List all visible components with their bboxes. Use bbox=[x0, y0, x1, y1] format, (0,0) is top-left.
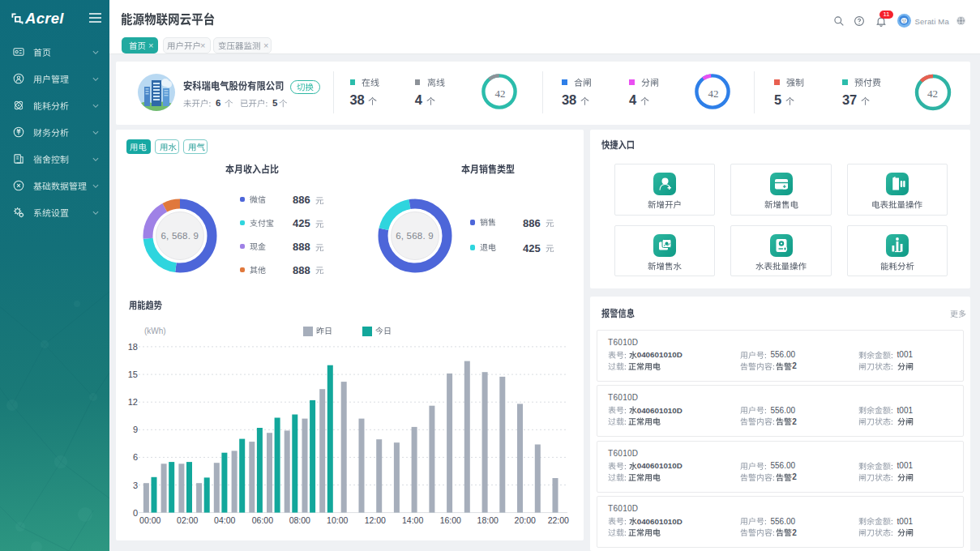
svg-text:15: 15 bbox=[128, 369, 138, 379]
svg-text:0: 0 bbox=[133, 508, 138, 518]
svg-text:22:00: 22:00 bbox=[548, 515, 569, 525]
svg-text:6: 6 bbox=[133, 452, 138, 462]
svg-text:16:00: 16:00 bbox=[440, 515, 461, 525]
svg-text:06:00: 06:00 bbox=[252, 515, 273, 525]
svg-text:20:00: 20:00 bbox=[515, 515, 536, 525]
svg-text:08:00: 08:00 bbox=[289, 515, 310, 525]
svg-text:00:00: 00:00 bbox=[139, 515, 160, 525]
svg-text:12: 12 bbox=[128, 397, 138, 407]
svg-text:10:00: 10:00 bbox=[327, 515, 348, 525]
svg-text:9: 9 bbox=[133, 425, 138, 434]
svg-text:18: 18 bbox=[128, 342, 138, 352]
svg-text:12:00: 12:00 bbox=[365, 515, 386, 525]
svg-text:14:00: 14:00 bbox=[402, 515, 423, 525]
svg-text:02:00: 02:00 bbox=[177, 515, 198, 525]
svg-text:04:00: 04:00 bbox=[214, 515, 235, 525]
svg-text:18:00: 18:00 bbox=[477, 515, 499, 525]
svg-text:3: 3 bbox=[133, 481, 138, 490]
svg-text:(kWh): (kWh) bbox=[144, 327, 166, 335]
